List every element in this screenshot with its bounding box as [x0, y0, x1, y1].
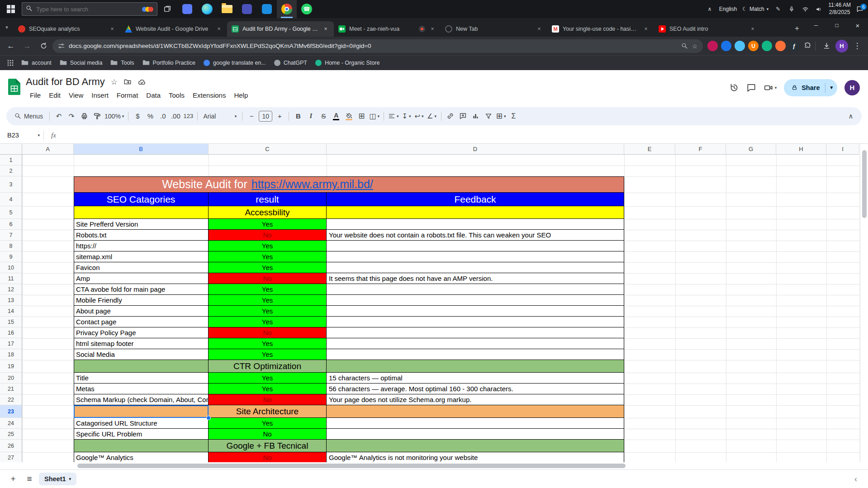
- row-header-7[interactable]: 7: [0, 230, 22, 241]
- cell-C9[interactable]: Yes: [209, 251, 327, 262]
- tab-search-chevron[interactable]: ▾: [0, 18, 14, 37]
- selection-fill-handle[interactable]: [206, 416, 211, 420]
- row-header-19[interactable]: 19: [0, 360, 22, 373]
- cell-C8[interactable]: Yes: [209, 241, 327, 251]
- window-minimize-button[interactable]: ─: [806, 18, 826, 33]
- tab-close-icon[interactable]: ×: [215, 25, 223, 33]
- menu-insert[interactable]: Insert: [87, 90, 113, 100]
- row-header-6[interactable]: 6: [0, 219, 22, 230]
- browser-tab-1[interactable]: SEOquake analytics×: [14, 21, 120, 37]
- cell-B21[interactable]: Metas: [74, 384, 209, 394]
- bookmark-home-organic-store[interactable]: Home - Organic Store: [311, 58, 384, 68]
- cell-D5[interactable]: [327, 206, 624, 219]
- vertical-scrollbar-thumb[interactable]: [862, 150, 867, 218]
- row-header-15[interactable]: 15: [0, 317, 22, 327]
- spreadsheet-grid[interactable]: ABCDEFGHI1234567891011121314151617181920…: [0, 144, 868, 462]
- cell-B27[interactable]: Google™ Analytics: [74, 452, 209, 462]
- cell-C13[interactable]: Yes: [209, 295, 327, 306]
- row-header-10[interactable]: 10: [0, 262, 22, 273]
- menu-format[interactable]: Format: [113, 90, 142, 100]
- column-header-F[interactable]: F: [675, 144, 726, 155]
- cell-B9[interactable]: sitemap.xml: [74, 251, 209, 262]
- row-header-21[interactable]: 21: [0, 384, 22, 394]
- cell-C17[interactable]: Yes: [209, 338, 327, 349]
- text-color-button[interactable]: A: [330, 110, 342, 123]
- tab-close-icon[interactable]: ×: [322, 25, 329, 33]
- extension-icon-5[interactable]: [762, 41, 772, 51]
- outlook-taskbar-icon[interactable]: [257, 0, 277, 18]
- column-header-A[interactable]: A: [22, 144, 74, 155]
- increase-font-size-button[interactable]: +: [273, 110, 286, 123]
- cell-B19[interactable]: [74, 360, 209, 373]
- column-header-B[interactable]: B: [74, 144, 209, 155]
- share-dropdown-caret[interactable]: ▾: [825, 79, 837, 96]
- cell-B20[interactable]: Title: [74, 373, 209, 384]
- tab-close-icon[interactable]: ×: [536, 25, 543, 33]
- strikethrough-button[interactable]: S: [317, 110, 330, 123]
- font-family-select[interactable]: Arial▾: [200, 110, 239, 123]
- cell-D9[interactable]: [327, 251, 624, 262]
- extension-icon-4[interactable]: U: [748, 41, 759, 51]
- column-header-H[interactable]: H: [776, 144, 826, 155]
- row-header-17[interactable]: 17: [0, 338, 22, 349]
- cell-D6[interactable]: [327, 219, 624, 230]
- bookmark-account[interactable]: account: [17, 57, 56, 69]
- audit-title-link[interactable]: https://www.army.mil.bd/: [251, 178, 373, 191]
- browser-tab-2[interactable]: Website Audit - Google Drive×: [120, 21, 227, 37]
- row-header-14[interactable]: 14: [0, 306, 22, 317]
- share-button[interactable]: Share ▾: [784, 79, 837, 96]
- functions-button[interactable]: Σ: [508, 110, 520, 123]
- cell-D20[interactable]: 15 characters — optimal: [327, 373, 624, 384]
- row-header-23[interactable]: 23: [0, 405, 22, 418]
- forward-button[interactable]: →: [20, 39, 34, 53]
- row-header-4[interactable]: 4: [0, 193, 22, 206]
- edge-taskbar-icon[interactable]: [197, 0, 217, 18]
- tab-close-icon[interactable]: ×: [109, 25, 116, 33]
- window-close-button[interactable]: ×: [847, 18, 868, 33]
- taskbar-clock[interactable]: 11:46 AM 2/8/2025: [828, 2, 851, 16]
- menus-search-button[interactable]: Menus: [11, 110, 47, 123]
- horizontal-scrollbar-thumb[interactable]: [77, 464, 626, 468]
- cell-D10[interactable]: [327, 262, 624, 273]
- vertical-scrollbar[interactable]: [860, 144, 868, 462]
- row-header-2[interactable]: 2: [0, 166, 22, 176]
- column-header-E[interactable]: E: [624, 144, 675, 155]
- bookmark-tools[interactable]: Tools: [106, 57, 138, 69]
- cell-C26[interactable]: Google + FB Tecnical: [209, 440, 327, 452]
- select-all-corner[interactable]: [0, 144, 22, 155]
- cell-C27[interactable]: No: [209, 452, 327, 462]
- move-folder-icon[interactable]: [123, 78, 132, 86]
- cell-C19[interactable]: CTR Optimization: [209, 360, 327, 373]
- reload-button[interactable]: [36, 39, 51, 53]
- extension-icon-1[interactable]: [707, 41, 718, 51]
- cell-D4[interactable]: Feedback: [327, 193, 624, 206]
- menu-tools[interactable]: Tools: [165, 90, 189, 100]
- cell-B17[interactable]: html sitemap footer: [74, 338, 209, 349]
- horizontal-align-button[interactable]: ▾: [387, 110, 400, 123]
- create-filter-button[interactable]: [482, 110, 495, 123]
- extension-icon-3[interactable]: [735, 41, 745, 51]
- window-maximize-button[interactable]: □: [826, 18, 847, 33]
- cell-B24[interactable]: Catagorised URL Structure: [74, 418, 209, 429]
- menu-file[interactable]: File: [26, 90, 45, 100]
- cell-D8[interactable]: [327, 241, 624, 251]
- site-info-icon[interactable]: [58, 43, 65, 49]
- all-sheets-button[interactable]: ≡: [23, 472, 36, 486]
- cell-C21[interactable]: Yes: [209, 384, 327, 394]
- taskbar-search-input[interactable]: [36, 6, 140, 13]
- cell-B8[interactable]: https://: [74, 241, 209, 251]
- add-sheet-button[interactable]: +: [6, 472, 20, 486]
- cell-D14[interactable]: [327, 306, 624, 317]
- cell-C24[interactable]: Yes: [209, 418, 327, 429]
- cell-C7[interactable]: No: [209, 230, 327, 241]
- row-header-9[interactable]: 9: [0, 251, 22, 262]
- cell-title-row-B3-D3[interactable]: Website Audit forhttps://www.army.mil.bd…: [74, 176, 624, 193]
- cell-D23[interactable]: [327, 405, 624, 418]
- row-header-26[interactable]: 26: [0, 440, 22, 452]
- cell-B26[interactable]: [74, 440, 209, 452]
- notification-button[interactable]: 6: [856, 5, 863, 13]
- cell-B23[interactable]: [74, 405, 209, 418]
- borders-button[interactable]: ⊞: [355, 110, 368, 123]
- microphone-icon[interactable]: [787, 6, 796, 12]
- cell-B7[interactable]: Robots.txt: [74, 230, 209, 241]
